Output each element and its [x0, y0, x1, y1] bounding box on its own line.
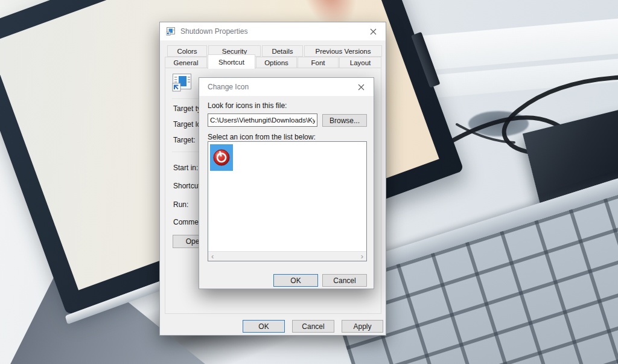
shutdown-power-icon [212, 148, 231, 167]
properties-titlebar[interactable]: Shutdown Properties [160, 22, 386, 40]
properties-dialog-title: Shutdown Properties [180, 27, 360, 36]
tab-shortcut[interactable]: Shortcut [208, 54, 255, 69]
change-icon-cancel-button[interactable]: Cancel [322, 274, 367, 287]
tab-colors[interactable]: Colors [167, 45, 207, 57]
tab-general[interactable]: General [165, 57, 207, 68]
properties-close-button[interactable] [360, 22, 386, 40]
tab-previous-versions[interactable]: Previous Versions [304, 45, 382, 57]
desk-cable-hole [468, 111, 529, 136]
icon-list-box[interactable]: ‹ › [208, 141, 367, 261]
close-icon [358, 84, 365, 91]
tab-details[interactable]: Details [262, 45, 303, 57]
label-run: Run: [173, 200, 188, 209]
screenshot-root: Shutdown Properties Colors Security Deta… [0, 0, 618, 364]
change-icon-ok-button[interactable]: OK [273, 274, 318, 287]
tab-options[interactable]: Options [256, 57, 297, 68]
icon-file-path-input[interactable] [208, 113, 317, 127]
properties-apply-button[interactable]: Apply [342, 320, 383, 333]
tab-font[interactable]: Font [298, 57, 339, 68]
shortcut-window-icon [166, 27, 176, 36]
scroll-left-icon[interactable]: ‹ [211, 252, 214, 261]
browse-button[interactable]: Browse... [322, 114, 367, 127]
select-icon-label: Select an icon from the list below: [208, 133, 316, 141]
shortcut-target-icon [172, 73, 193, 92]
close-icon [370, 28, 377, 35]
look-for-icons-label: Look for icons in this file: [208, 101, 287, 110]
change-icon-title: Change Icon [208, 83, 348, 91]
change-icon-titlebar[interactable]: Change Icon [199, 78, 374, 96]
selected-icon-tile[interactable] [210, 144, 233, 171]
label-target: Target: [173, 136, 196, 144]
label-start-in: Start in: [173, 164, 198, 172]
change-icon-close-button[interactable] [348, 78, 374, 96]
tab-layout[interactable]: Layout [339, 57, 381, 68]
properties-ok-button[interactable]: OK [243, 320, 285, 333]
scroll-right-icon[interactable]: › [361, 252, 363, 261]
change-icon-dialog: Change Icon Look for icons in this file:… [199, 77, 374, 289]
horizontal-scrollbar[interactable]: ‹ › [208, 251, 366, 261]
properties-cancel-button[interactable]: Cancel [292, 320, 334, 333]
